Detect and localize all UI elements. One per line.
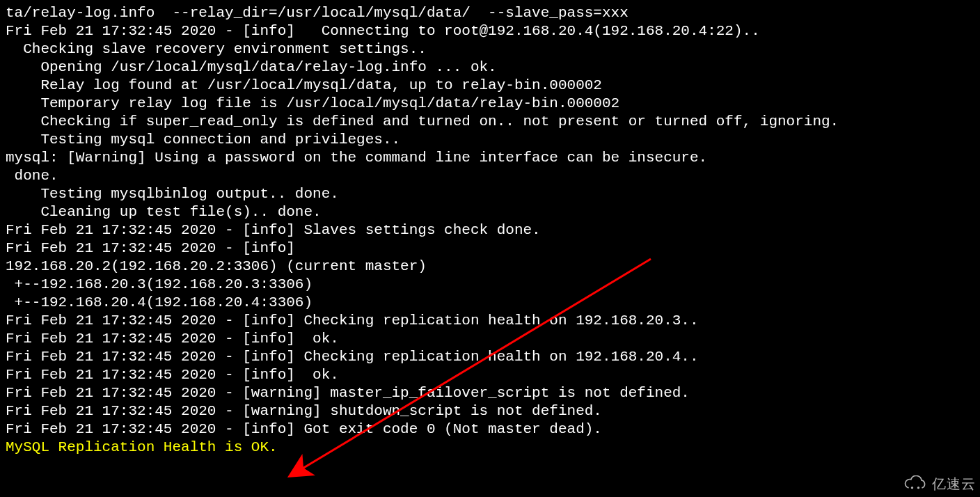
- terminal-line-10: Testing mysqlbinlog output.. done.: [6, 185, 974, 203]
- terminal-line-22: Fri Feb 21 17:32:45 2020 - [warning] mas…: [6, 384, 974, 402]
- terminal-line-21: Fri Feb 21 17:32:45 2020 - [info] ok.: [6, 366, 974, 384]
- watermark-text: 亿速云: [932, 475, 976, 493]
- cloud-icon: [903, 475, 928, 492]
- terminal-line-24: Fri Feb 21 17:32:45 2020 - [info] Got ex…: [6, 420, 974, 439]
- terminal-line-1: Fri Feb 21 17:32:45 2020 - [info] Connec…: [6, 22, 974, 40]
- terminal-line-19: Fri Feb 21 17:32:45 2020 - [info] ok.: [6, 330, 974, 348]
- terminal-line-12: Fri Feb 21 17:32:45 2020 - [info] Slaves…: [6, 221, 974, 239]
- terminal-line-11: Cleaning up test file(s).. done.: [6, 203, 974, 221]
- terminal-output: ta/relay-log.info --relay_dir=/usr/local…: [0, 0, 980, 461]
- terminal-line-16: +--192.168.20.4(192.168.20.4:3306): [6, 294, 974, 312]
- terminal-line-13: Fri Feb 21 17:32:45 2020 - [info]: [6, 239, 974, 258]
- terminal-line-14: 192.168.20.2(192.168.20.2:3306) (current…: [6, 258, 974, 276]
- terminal-line-8: mysql: [Warning] Using a password on the…: [6, 149, 974, 167]
- terminal-line-26: MySQL Replication Health is OK.: [6, 439, 974, 457]
- terminal-line-18: Fri Feb 21 17:32:45 2020 - [info] Checki…: [6, 312, 974, 330]
- terminal-line-7: Testing mysql connection and privileges.…: [6, 131, 974, 149]
- terminal-line-20: Fri Feb 21 17:32:45 2020 - [info] Checki…: [6, 348, 974, 366]
- svg-point-2: [917, 487, 919, 489]
- terminal-line-9: done.: [6, 167, 974, 185]
- terminal-line-0: ta/relay-log.info --relay_dir=/usr/local…: [6, 4, 974, 22]
- terminal-line-2: Checking slave recovery environment sett…: [6, 40, 974, 58]
- svg-point-1: [911, 487, 913, 489]
- terminal-line-23: Fri Feb 21 17:32:45 2020 - [warning] shu…: [6, 402, 974, 420]
- terminal-line-4: Relay log found at /usr/local/mysql/data…: [6, 77, 974, 95]
- terminal-line-5: Temporary relay log file is /usr/local/m…: [6, 95, 974, 113]
- terminal-line-15: +--192.168.20.3(192.168.20.3:3306): [6, 276, 974, 294]
- watermark: 亿速云: [903, 475, 976, 493]
- terminal-line-3: Opening /usr/local/mysql/data/relay-log.…: [6, 58, 974, 77]
- terminal-line-6: Checking if super_read_only is defined a…: [6, 113, 974, 131]
